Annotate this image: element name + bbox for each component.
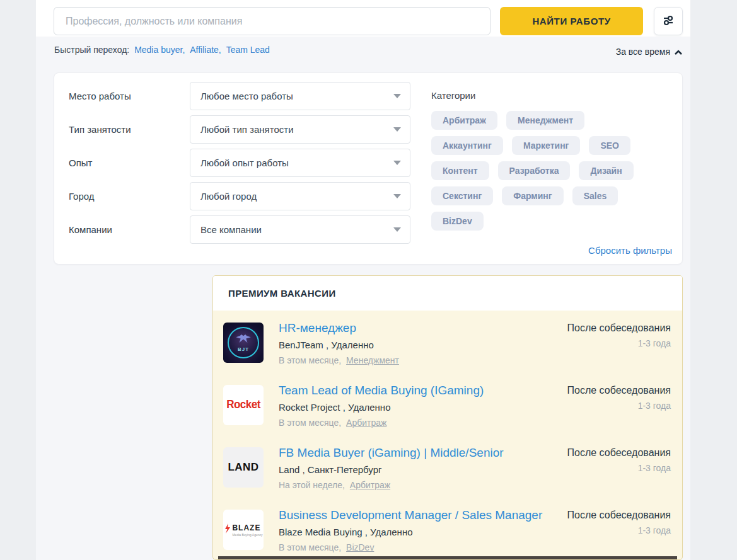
filter-row-experience: Опыт Любой опыт работы (69, 149, 410, 177)
vacancy-experience: 1-3 года (567, 338, 671, 348)
logo-subtext: Media Buying Agency (232, 533, 262, 537)
city-label: Город (69, 191, 190, 202)
vacancy-row[interactable]: BLAZE Media Buying Agency Business Devel… (223, 508, 671, 560)
tag-menedzhment[interactable]: Менеджмент (506, 111, 584, 130)
vacancy-experience: 1-3 года (567, 463, 671, 473)
tag-akkaunting[interactable]: Аккаунтинг (431, 136, 503, 155)
vacancy-row[interactable]: BJT HR-менеджер BenJTeam , Удаленно В эт… (223, 321, 671, 379)
vacancy-company: Rocket Project , Удаленно (279, 402, 484, 413)
company-logo-benjteam: BJT (223, 323, 264, 363)
tag-marketing[interactable]: Маркетинг (512, 136, 581, 155)
companies-select[interactable]: Все компании (190, 215, 410, 244)
company-logo-rocket: Rocket (223, 385, 264, 425)
vacancy-category-link[interactable]: Арбитраж (346, 418, 386, 428)
employment-value: Любой тип занятости (200, 124, 294, 135)
logo-text: Rocket (226, 399, 260, 412)
category-tags: Арбитраж Менеджмент Аккаунтинг Маркетинг… (431, 111, 646, 231)
vacancy-company: Land , Санкт-Петербург (279, 464, 504, 475)
find-job-button[interactable]: НАЙТИ РАБОТУ (500, 7, 643, 35)
vacancy-title-link[interactable]: Business Development Manager / Sales Man… (279, 508, 542, 522)
company-logo-blaze: BLAZE Media Buying Agency (223, 510, 264, 550)
lightning-icon (224, 523, 230, 537)
workplace-value: Любое место работы (200, 91, 293, 101)
vacancy-category-link[interactable]: Арбитраж (350, 480, 390, 490)
vacancy-company: BenJTeam , Удаленно (279, 340, 399, 350)
workplace-select[interactable]: Любое место работы (190, 82, 410, 110)
vacancy-company: Blaze Media Buying , Удаленно (279, 527, 542, 537)
tag-seksting[interactable]: Секстинг (431, 186, 493, 205)
categories-block: Категории Арбитраж Менеджмент Аккаунтинг… (431, 90, 646, 231)
employment-label: Тип занятости (69, 124, 190, 135)
period-selector[interactable]: За все время (54, 47, 683, 57)
tag-farming[interactable]: Фарминг (502, 186, 563, 205)
vacancy-row[interactable]: Rocket Team Lead of Media Buying (IGamin… (223, 384, 671, 442)
caret-down-icon (393, 227, 401, 232)
vacancy-date: В этом месяце, (279, 418, 341, 428)
vacancy-title-link[interactable]: Team Lead of Media Buying (IGaming) (279, 384, 484, 397)
filters-toggle-button[interactable] (654, 7, 683, 35)
experience-label: Опыт (69, 157, 190, 168)
categories-label: Категории (431, 90, 646, 101)
city-select[interactable]: Любой город (190, 182, 410, 210)
tag-arbitrazh[interactable]: Арбитраж (431, 111, 497, 130)
vacancy-title-link[interactable]: HR-менеджер (279, 321, 356, 335)
logo-text: LAND (228, 461, 258, 474)
filter-row-city: Город Любой город (69, 182, 410, 210)
next-section-edge (218, 556, 677, 559)
vacancy-experience: 1-3 года (567, 525, 671, 535)
search-input[interactable] (54, 7, 490, 35)
vacancy-salary: После собеседования (567, 323, 671, 334)
vacancy-experience: 1-3 года (567, 401, 671, 411)
reset-filters-link[interactable]: Сбросить фильтры (588, 245, 672, 256)
employment-select[interactable]: Любой тип занятости (190, 115, 410, 144)
vacancy-title-link[interactable]: FB Media Buyer (iGaming) | Middle/Senior (279, 446, 504, 460)
chevron-up-icon (670, 47, 683, 57)
vacancy-category-link[interactable]: BizDev (346, 542, 374, 552)
period-label: За все время (616, 47, 670, 57)
caret-down-icon (393, 161, 401, 165)
companies-value: Все компании (200, 224, 262, 235)
companies-label: Компании (69, 224, 190, 235)
experience-value: Любой опыт работы (200, 157, 289, 168)
logo-text: BLAZE (232, 523, 262, 532)
logo-text: BJT (238, 346, 249, 352)
vacancy-meta: На этой неделе, Арбитраж (279, 480, 504, 490)
tag-dizain[interactable]: Дизайн (579, 161, 633, 180)
filter-row-employment: Тип занятости Любой тип занятости (69, 115, 410, 144)
filters-panel: Место работы Любое место работы Тип заня… (54, 72, 683, 265)
vacancy-meta: В этом месяце, Менеджмент (279, 355, 399, 365)
caret-down-icon (393, 127, 401, 132)
vacancy-salary: После собеседования (567, 447, 671, 459)
caret-down-icon (393, 194, 401, 198)
premium-vacancies-panel: ПРЕМИУМ ВАКАНСИИ BJT HR-менеджер BenJTea… (212, 275, 683, 560)
eagle-icon (235, 334, 252, 346)
filter-row-companies: Компании Все компании (69, 215, 410, 244)
vacancy-salary: После собеседования (567, 385, 671, 396)
tag-sales[interactable]: Sales (572, 186, 618, 205)
vacancy-row[interactable]: LAND FB Media Buyer (iGaming) | Middle/S… (223, 446, 671, 504)
vacancy-category-link[interactable]: Менеджмент (346, 355, 399, 365)
filter-row-workplace: Место работы Любое место работы (69, 82, 410, 110)
premium-title: ПРЕМИУМ ВАКАНСИИ (213, 276, 682, 311)
vacancy-salary: После собеседования (567, 510, 671, 521)
vacancy-meta: В этом месяце, BizDev (279, 542, 542, 552)
sliders-icon (661, 13, 675, 30)
tag-kontent[interactable]: Контент (431, 161, 489, 180)
experience-select[interactable]: Любой опыт работы (190, 149, 410, 177)
tag-bizdev[interactable]: BizDev (431, 212, 484, 231)
tag-razrabotka[interactable]: Разработка (498, 161, 571, 180)
vacancy-date: В этом месяце, (279, 542, 341, 552)
company-logo-land: LAND (223, 447, 264, 488)
tag-seo[interactable]: SEO (589, 136, 630, 155)
vacancy-date: На этой неделе, (279, 480, 345, 490)
vacancy-date: В этом месяце, (279, 355, 341, 365)
caret-down-icon (393, 94, 401, 98)
vacancy-meta: В этом месяце, Арбитраж (279, 418, 484, 428)
workplace-label: Место работы (69, 91, 190, 101)
city-value: Любой город (200, 191, 257, 202)
